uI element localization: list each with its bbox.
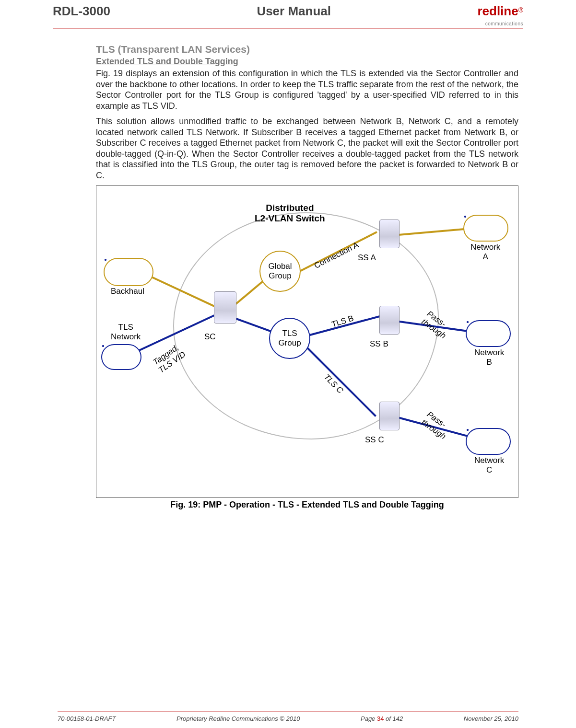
network-c-label: NetworkC xyxy=(474,456,504,475)
pass-through-c-label: Pass-through xyxy=(420,410,453,441)
paragraph-2: This solution allows unmodified traffic … xyxy=(96,116,518,181)
logo-text: redline xyxy=(477,4,518,18)
footer-copyright: Proprietary Redline Communications © 201… xyxy=(176,715,300,722)
section-heading: TLS (Transparent LAN Services) xyxy=(96,44,518,55)
figure-19-diagram: GlobalGroup TLSGroup DistributedL2-VLAN … xyxy=(96,185,518,498)
figure-caption: Fig. 19: PMP - Operation - TLS - Extende… xyxy=(96,500,518,510)
sc-label: SC xyxy=(204,332,216,342)
ss-c-label: SS C xyxy=(365,435,384,445)
global-group-node: GlobalGroup xyxy=(259,251,301,292)
network-b-label: NetworkB xyxy=(474,348,504,367)
diagram-title: DistributedL2-VLAN Switch xyxy=(255,203,325,224)
logo-subtext: communications xyxy=(485,21,523,26)
doc-title: User Manual xyxy=(257,4,331,19)
ss-b-label: SS B xyxy=(370,339,388,349)
footer-doc-id: 70-00158-01-DRAFT xyxy=(58,715,116,722)
ss-c-device-icon xyxy=(379,402,400,430)
footer-divider xyxy=(58,711,518,712)
footer-page: Page 34 of 142 xyxy=(361,715,403,722)
ss-b-device-icon xyxy=(379,306,400,335)
header-divider xyxy=(53,28,523,29)
network-b-cloud-icon xyxy=(466,320,511,347)
section-subheading: Extended TLS and Double Tagging xyxy=(96,57,518,67)
network-a-label: NetworkA xyxy=(470,243,500,262)
paragraph-1: Fig. 19 displays an extension of this co… xyxy=(96,68,518,111)
page-footer: 70-00158-01-DRAFT Proprietary Redline Co… xyxy=(58,711,518,722)
backhaul-label: Backhaul xyxy=(111,287,144,296)
network-a-cloud-icon xyxy=(463,215,508,242)
ss-a-device-icon xyxy=(379,220,400,248)
ss-a-label: SS A xyxy=(358,253,376,263)
network-c-cloud-icon xyxy=(466,428,511,455)
tls-network-cloud-icon xyxy=(101,344,141,370)
footer-date: November 25, 2010 xyxy=(464,715,518,722)
tls-group-node: TLSGroup xyxy=(269,318,310,359)
brand-logo: redline® communications xyxy=(477,4,523,27)
doc-model: RDL-3000 xyxy=(53,4,110,19)
sc-device-icon xyxy=(214,291,236,324)
tls-network-label: TLSNetwork xyxy=(111,323,141,342)
backhaul-cloud-icon xyxy=(104,258,153,286)
